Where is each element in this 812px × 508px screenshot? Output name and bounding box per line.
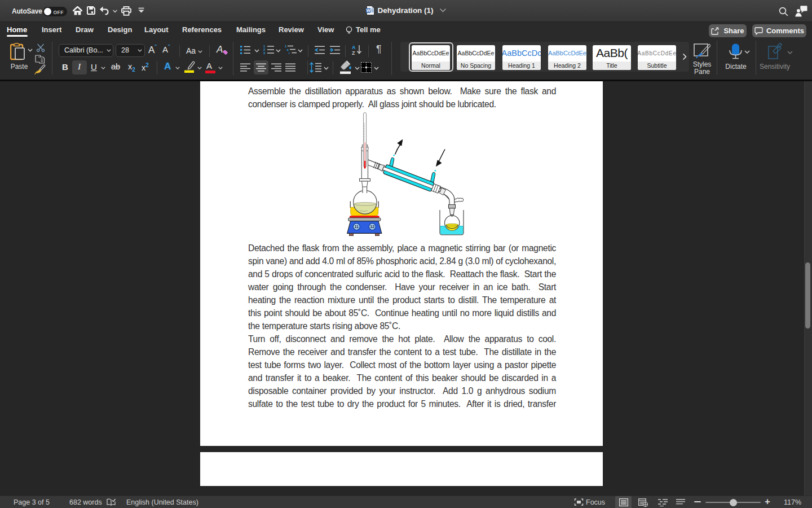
svg-text:Z: Z <box>352 50 355 55</box>
svg-text:i: i <box>289 51 290 55</box>
svg-text:11: 11 <box>355 225 359 229</box>
svg-text:3: 3 <box>263 51 265 55</box>
svg-text:12: 12 <box>370 225 374 229</box>
svg-text:A: A <box>352 45 356 50</box>
